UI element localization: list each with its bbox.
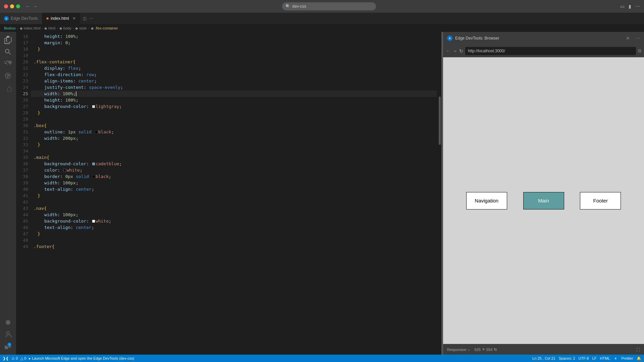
- code-content[interactable]: height: 100%; margin: 0; } .flex-contain…: [31, 32, 437, 355]
- breadcrumb-item[interactable]: ◆: [44, 26, 47, 31]
- split-editor-icon[interactable]: ◫: [83, 16, 87, 21]
- error-count[interactable]: ⚠ 0: [11, 356, 18, 361]
- dim-swap-icon[interactable]: ⇆: [494, 347, 497, 352]
- more-actions-icon[interactable]: ⋯: [89, 16, 93, 21]
- title-bar: ← → 🔍 dev-css ▭ ▮ ⋯: [0, 0, 644, 13]
- breadcrumb-item[interactable]: flexbox: [4, 26, 16, 30]
- code-editor[interactable]: 16 17 18 19 20 21 22 23 24 25 26 27 28 2…: [16, 32, 441, 355]
- ln-label: Ln: [532, 356, 536, 360]
- browser-viewport: Navigation Main Footer: [443, 57, 644, 344]
- spaces-label: Spaces:: [559, 356, 572, 360]
- tab-actions: ◫ ⋯: [80, 13, 96, 24]
- line-numbers: 16 17 18 19 20 21 22 23 24 25 26 27 28 2…: [16, 32, 31, 355]
- code-line-37: color: white;: [31, 167, 437, 173]
- code-line-38: border: 0px solid black;: [31, 173, 437, 180]
- breadcrumb-item[interactable]: style: [79, 26, 87, 30]
- cursor-position[interactable]: Ln 25 , Col 21: [532, 356, 555, 360]
- sidebar-icon-settings[interactable]: 1: [3, 341, 13, 352]
- browser-more-button[interactable]: ⋯: [635, 36, 640, 41]
- code-line-41: }: [31, 192, 437, 199]
- traffic-lights: [4, 4, 20, 8]
- code-line-42: [31, 199, 437, 205]
- viewport-dimensions: 525 ✕ 554 ⇆: [474, 347, 497, 352]
- tab-label: Edge DevTools: [11, 16, 38, 21]
- breadcrumb-separator: ›: [73, 26, 74, 30]
- screenshot-icon[interactable]: ⛶: [636, 348, 640, 352]
- main-box: Main: [524, 192, 564, 209]
- tab-index-html[interactable]: ■ index.html ✕: [42, 13, 80, 24]
- breadcrumb-item[interactable]: ◆: [91, 26, 94, 31]
- history-navigation: ← →: [25, 4, 38, 9]
- code-line-48: [31, 237, 437, 243]
- code-line-30: .box {: [31, 122, 437, 129]
- code-line-21: display: flex;: [31, 65, 437, 71]
- layout-icon[interactable]: ▭: [620, 4, 625, 9]
- formatter-indicator[interactable]: Prettier: [622, 356, 633, 360]
- browser-addressbar: ← → ↻ ⧉: [443, 45, 644, 57]
- sidebar-icon-source-control[interactable]: [3, 59, 13, 69]
- launch-message[interactable]: ▸ Launch Microsoft Edge and open the Edg…: [29, 356, 134, 361]
- col-label: , Col: [543, 356, 550, 360]
- forward-button[interactable]: →: [33, 4, 38, 9]
- tab-label: index.html: [51, 16, 69, 21]
- browser-forward-button[interactable]: →: [452, 48, 457, 54]
- main-content: 1 16 17 18 19 20 21 22 23 24 25 26 27 28…: [0, 32, 644, 355]
- breadcrumb-item[interactable]: ◆: [59, 26, 62, 31]
- encoding-indicator[interactable]: UTF-8: [579, 356, 589, 360]
- devtools-icon[interactable]: e: [613, 356, 618, 361]
- file-icon: ■: [46, 16, 49, 21]
- edge-icon: e: [4, 16, 9, 21]
- address-bar[interactable]: [465, 47, 636, 55]
- sidebar-icon-account[interactable]: [3, 329, 13, 340]
- responsive-selector[interactable]: Responsive ⌄: [447, 347, 470, 352]
- tab-bar: e Edge DevTools ■ index.html ✕ ◫ ⋯: [0, 13, 644, 24]
- breadcrumb-item[interactable]: .flex-container: [95, 26, 118, 30]
- sidebar-icon-explorer[interactable]: [3, 35, 13, 45]
- breadcrumb-item[interactable]: html: [48, 26, 55, 30]
- browser-back-button[interactable]: ←: [446, 48, 450, 54]
- editor-scrollbar[interactable]: [437, 32, 441, 355]
- viewport-width: 525: [474, 348, 480, 352]
- code-line-16: height: 100%;: [31, 33, 437, 40]
- code-line-32: width: 200px;: [31, 135, 437, 141]
- browser-close-button[interactable]: ✕: [626, 36, 630, 41]
- notification-bell[interactable]: 🔔: [637, 356, 641, 361]
- tab-close-button[interactable]: ✕: [72, 16, 76, 21]
- browser-statusbar: Responsive ⌄ 525 ✕ 554 ⇆ ⛶: [443, 344, 644, 355]
- breadcrumb-item[interactable]: index.html: [24, 26, 41, 30]
- code-line-28: }: [31, 110, 437, 116]
- browser-refresh-button[interactable]: ↻: [459, 48, 463, 54]
- warning-count[interactable]: △ 0: [20, 356, 26, 361]
- eol-indicator[interactable]: LF: [592, 356, 597, 360]
- command-palette[interactable]: 🔍 dev-css: [282, 2, 376, 10]
- sidebar-icon-run-debug[interactable]: [3, 71, 13, 81]
- breadcrumb-item[interactable]: ◆: [20, 26, 22, 31]
- sidebar-icon-remote[interactable]: [3, 317, 13, 328]
- tab-edge-devtools[interactable]: e Edge DevTools: [0, 13, 42, 24]
- spaces-indicator[interactable]: Spaces: 2: [559, 356, 575, 360]
- sidebar-icon-extensions[interactable]: [3, 83, 13, 94]
- code-line-33: }: [31, 141, 437, 148]
- minimize-button[interactable]: [10, 4, 14, 8]
- remote-indicator[interactable]: ❱❰: [3, 356, 9, 361]
- code-line-34: [31, 148, 437, 154]
- split-icon[interactable]: ▮: [629, 4, 631, 9]
- code-line-29: [31, 116, 437, 122]
- code-line-39: width: 100px;: [31, 180, 437, 186]
- warning-icon: △: [20, 356, 23, 361]
- sidebar-icon-search[interactable]: [3, 47, 13, 57]
- breadcrumb-item[interactable]: body: [63, 26, 71, 30]
- language-indicator[interactable]: HTML: [600, 356, 610, 360]
- maximize-button[interactable]: [16, 4, 20, 8]
- eol-value: LF: [592, 356, 597, 360]
- breadcrumb-item[interactable]: ◆: [75, 26, 78, 31]
- more-icon[interactable]: ⋯: [635, 4, 640, 9]
- scrollbar-thumb[interactable]: [439, 97, 441, 145]
- back-button[interactable]: ←: [25, 4, 30, 9]
- close-button[interactable]: [4, 4, 8, 8]
- code-line-31: outline: 1px solid black;: [31, 129, 437, 135]
- search-text: dev-css: [292, 4, 306, 9]
- code-line-18: }: [31, 46, 437, 52]
- title-bar-center: 🔍 dev-css: [282, 2, 376, 10]
- external-link-icon[interactable]: ⧉: [638, 48, 641, 54]
